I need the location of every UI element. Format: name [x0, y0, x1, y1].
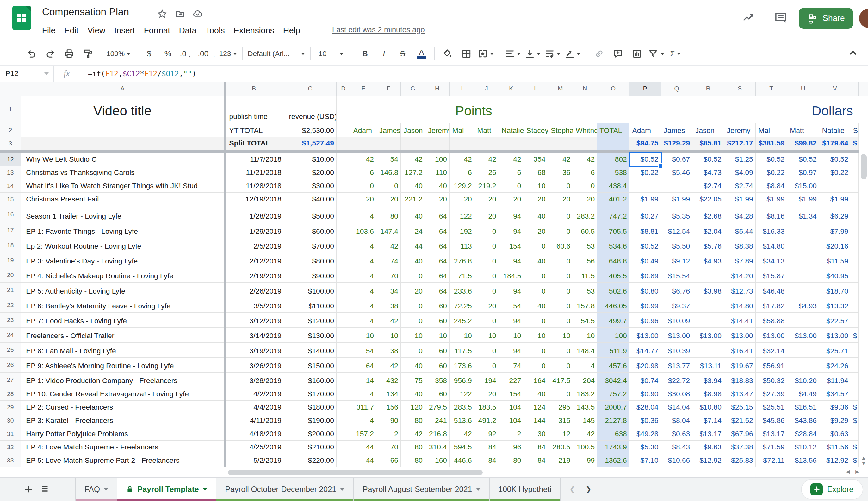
- cell-F2[interactable]: James: [376, 123, 401, 137]
- cell-F29[interactable]: 156: [376, 401, 401, 414]
- cell-L26[interactable]: 0: [524, 358, 548, 373]
- cell-B20[interactable]: 2/19/2019: [224, 268, 284, 283]
- horizontal-scroll-arrows[interactable]: ◄►: [845, 468, 864, 476]
- cell-L21[interactable]: 0: [524, 283, 548, 298]
- cell-W19-sliver[interactable]: [851, 253, 859, 268]
- cell-L32[interactable]: 84: [524, 440, 548, 454]
- cell-A23[interactable]: EP 7: Food Hacks - Loving Lyfe: [21, 313, 224, 328]
- cell-E17[interactable]: 103.6: [351, 223, 376, 238]
- row-header-23[interactable]: 23: [0, 313, 21, 328]
- cell-I22[interactable]: 72.25: [450, 298, 474, 313]
- column-header-S[interactable]: S: [724, 82, 756, 96]
- cell-M26[interactable]: 0: [548, 358, 573, 373]
- cell-E3[interactable]: [351, 137, 376, 150]
- cell-O16[interactable]: 747.2: [597, 206, 630, 223]
- cell-E30[interactable]: 4: [351, 414, 376, 427]
- merged-points-header[interactable]: Points: [351, 96, 598, 124]
- cell-E12[interactable]: 42: [351, 153, 376, 166]
- cell-M28[interactable]: 0: [548, 387, 573, 401]
- menu-data[interactable]: Data: [175, 24, 201, 37]
- cell-P18[interactable]: $0.52: [630, 238, 661, 253]
- cell-W2-sliver[interactable]: S: [851, 123, 859, 137]
- cell-R19[interactable]: $4.93: [693, 253, 724, 268]
- cell-S24[interactable]: $13.00: [724, 328, 756, 342]
- cell-J3[interactable]: [474, 137, 499, 150]
- cell-Q27[interactable]: $22.72: [661, 373, 693, 387]
- cell-D16[interactable]: [336, 206, 351, 223]
- cell-F31[interactable]: 2: [376, 427, 401, 440]
- cell-N17[interactable]: 60.5: [573, 223, 597, 238]
- toolbar-borders-icon[interactable]: [457, 45, 476, 62]
- cell-M21[interactable]: 0: [548, 283, 573, 298]
- cell-P24[interactable]: $13.00: [630, 328, 661, 342]
- cell-F24[interactable]: 10: [376, 328, 401, 342]
- row-header-14[interactable]: 14: [0, 179, 21, 193]
- cell-W14-sliver[interactable]: [851, 179, 859, 193]
- cell-J29[interactable]: 183.5: [474, 401, 499, 414]
- cell-P13[interactable]: $0.22: [630, 166, 661, 179]
- cell-I12[interactable]: 42: [450, 153, 474, 166]
- cell-V16[interactable]: $6.29: [819, 206, 851, 223]
- cell-A24[interactable]: Freelancers - Official Trailer: [21, 328, 224, 342]
- cell-C20[interactable]: $90.00: [284, 268, 336, 283]
- toolbar-print-icon[interactable]: [60, 45, 79, 62]
- cell-W33-sliver[interactable]: $: [851, 454, 859, 467]
- cell-N14[interactable]: 0: [573, 179, 597, 193]
- column-header-B[interactable]: B: [224, 82, 284, 96]
- cell-R2[interactable]: Jason: [693, 123, 724, 137]
- cell-U26[interactable]: [787, 358, 819, 373]
- cell-I3[interactable]: [450, 137, 474, 150]
- cell-W15-sliver[interactable]: [851, 193, 859, 206]
- cell-G16[interactable]: 40: [401, 206, 425, 223]
- cell-E28[interactable]: 4: [351, 387, 376, 401]
- cell-Q17[interactable]: $12.54: [661, 223, 693, 238]
- cell-C21[interactable]: $100.00: [284, 283, 336, 298]
- cell-V22[interactable]: $13.32: [819, 298, 851, 313]
- tab-scroll-left-icon[interactable]: ❮: [569, 485, 575, 493]
- cell-V27[interactable]: $11.94: [819, 373, 851, 387]
- cell-N30[interactable]: 145: [573, 414, 597, 427]
- cell-E29[interactable]: 311.7: [351, 401, 376, 414]
- cell-O22[interactable]: 446.05: [597, 298, 630, 313]
- row-header-2[interactable]: 2: [0, 123, 21, 137]
- cell-S14[interactable]: $2.74: [724, 179, 756, 193]
- cell-C17[interactable]: $60.00: [284, 223, 336, 238]
- cell-I31[interactable]: 42: [450, 427, 474, 440]
- toolbar-functions-menu[interactable]: Σ: [666, 45, 685, 62]
- cell-J21[interactable]: 0: [474, 283, 499, 298]
- cell-K17[interactable]: 94: [499, 223, 524, 238]
- cell-U30[interactable]: $43.86: [787, 414, 819, 427]
- cell-C15[interactable]: $40.00: [284, 193, 336, 206]
- cell-U2[interactable]: Matt: [787, 123, 819, 137]
- cell-U14[interactable]: $15.00: [787, 179, 819, 193]
- cell-I21[interactable]: 233.6: [450, 283, 474, 298]
- cell-O29[interactable]: 2000.7: [597, 401, 630, 414]
- cell-B21[interactable]: 2/26/2019: [224, 283, 284, 298]
- cell-B27[interactable]: 3/28/2019: [224, 373, 284, 387]
- cell-C32[interactable]: $210.00: [284, 440, 336, 454]
- cell-N31[interactable]: 42: [573, 427, 597, 440]
- cell-T18[interactable]: $14.80: [756, 238, 787, 253]
- cell-C26[interactable]: $150.00: [284, 358, 336, 373]
- cell-F17[interactable]: 147.4: [376, 223, 401, 238]
- cell-T22[interactable]: $17.82: [756, 298, 787, 313]
- cell-A22[interactable]: EP 6: Bentley's Maternity Leave - Loving…: [21, 298, 224, 313]
- row-header-27[interactable]: 27: [0, 373, 21, 387]
- last-edit-link[interactable]: Last edit was 2 minutes ago: [332, 25, 425, 34]
- cell-K29[interactable]: 104: [499, 401, 524, 414]
- cell-J15[interactable]: 20: [474, 193, 499, 206]
- cell-V29[interactable]: $9.36: [819, 401, 851, 414]
- cell-G33[interactable]: 80: [401, 454, 425, 467]
- increase-decimal-button[interactable]: .00→: [196, 45, 217, 62]
- cell-W29-sliver[interactable]: $: [851, 401, 859, 414]
- cell-G25[interactable]: 0: [401, 342, 425, 358]
- cell-O30[interactable]: 2127.8: [597, 414, 630, 427]
- column-header-Q[interactable]: Q: [661, 82, 693, 96]
- menu-extensions[interactable]: Extensions: [229, 24, 279, 37]
- toolbar-paint-format-icon[interactable]: [79, 45, 98, 62]
- cell-M24[interactable]: 10: [548, 328, 573, 342]
- cell-U23[interactable]: [787, 313, 819, 328]
- cell-V32[interactable]: $11.56: [819, 440, 851, 454]
- cell-A28[interactable]: EP 10: Gender Reveal Extravaganza! - Lov…: [21, 387, 224, 401]
- cell-F15[interactable]: 20: [376, 193, 401, 206]
